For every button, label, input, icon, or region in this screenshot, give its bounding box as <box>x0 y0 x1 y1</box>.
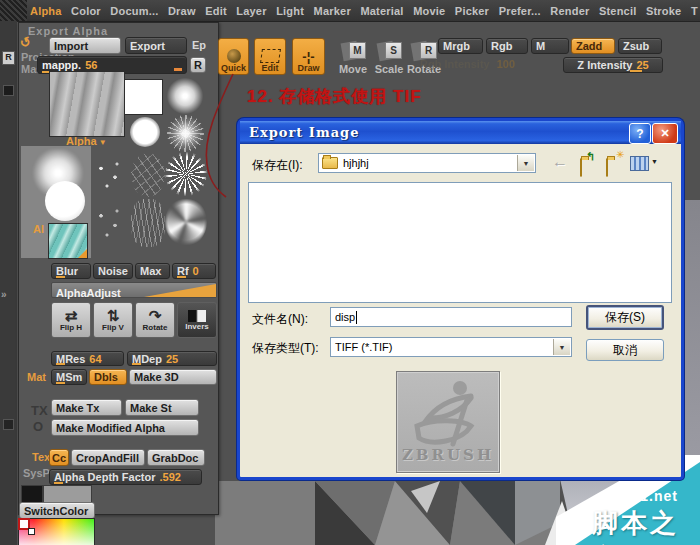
annotation-text: 12. 存储格式使用 TIF <box>247 85 422 108</box>
export-button[interactable]: Export <box>125 37 187 54</box>
help-button[interactable]: ? <box>629 123 651 144</box>
tex-label: Tex <box>32 451 50 463</box>
move-chip-icon: M <box>349 42 366 59</box>
filetype-select[interactable]: TIFF (*.TIF) ▼ <box>330 337 572 357</box>
save-button[interactable]: 保存(S) <box>586 305 664 330</box>
menu-item-preferences[interactable]: Prefer... <box>499 5 541 17</box>
up-folder-button[interactable]: ↰ <box>578 154 600 172</box>
make-modified-alpha-button[interactable]: Make Modified Alpha <box>51 419 199 436</box>
mrgb-button[interactable]: Mrgb <box>438 38 483 54</box>
hotkey-underline <box>56 363 65 365</box>
inverse-button[interactable]: Invers <box>177 302 217 338</box>
move-tool[interactable]: M Move <box>336 42 370 78</box>
alpha-depth-factor-slider[interactable]: Alpha Depth Factor .592 <box>49 469 202 485</box>
flip-horizontal-icon: ⇄ <box>65 309 78 323</box>
save-in-label: 保存在(I): <box>252 157 303 174</box>
scale-tool[interactable]: S Scale <box>372 42 406 78</box>
alpha-swatch-dots[interactable] <box>89 199 129 247</box>
cancel-button[interactable]: 取消 <box>586 339 664 361</box>
up-folder-icon <box>580 158 582 177</box>
inverse-icon <box>188 310 206 322</box>
zbrush-logo-icon <box>397 376 499 450</box>
flip-vertical-icon: ⇅ <box>107 309 120 323</box>
mres-slider[interactable]: MRes 64 <box>51 351 124 366</box>
switch-color-button[interactable]: SwitchColor <box>19 502 95 519</box>
tool-thumbnail-sphere[interactable] <box>45 181 85 221</box>
color-picker[interactable] <box>18 518 95 545</box>
hotkey-underline <box>56 382 65 384</box>
make-tx-button[interactable]: Make Tx <box>51 399 122 416</box>
menu-item-layer[interactable]: Layer <box>236 5 266 17</box>
edit-button[interactable]: Edit <box>254 38 286 75</box>
make-st-button[interactable]: Make St <box>125 399 199 416</box>
alpha-swatch-speckle[interactable] <box>89 153 129 197</box>
select-arrow[interactable]: ▼ <box>553 339 570 355</box>
menu-item-stroke[interactable]: Stroke <box>646 5 681 17</box>
selected-alpha-thumbnail[interactable] <box>48 223 88 259</box>
new-folder-button[interactable]: ✳ <box>604 154 626 172</box>
import-button[interactable]: Import <box>49 37 121 54</box>
mdep-slider[interactable]: MDep 25 <box>127 351 217 366</box>
menu-item-tool-cut[interactable]: T <box>691 5 698 17</box>
cc-button[interactable]: Cc <box>49 449 69 466</box>
quick-sphere-icon <box>227 49 241 63</box>
menu-item-marker[interactable]: Marker <box>314 5 351 17</box>
tray-swatch-2[interactable] <box>3 419 14 430</box>
rotate-alpha-button[interactable]: ↷ Rotate <box>135 302 175 338</box>
tray-r-chip[interactable]: R <box>2 51 15 65</box>
new-folder-icon <box>606 158 608 177</box>
zadd-button[interactable]: Zadd <box>571 38 615 54</box>
dbls-button[interactable]: Dbls <box>89 369 127 385</box>
menu-item-draw[interactable]: Draw <box>168 5 196 17</box>
menu-item-document[interactable]: Docum... <box>110 5 158 17</box>
alpha-swatch-swirl[interactable] <box>165 197 207 247</box>
tray-swatch[interactable] <box>3 85 14 96</box>
msm-button[interactable]: MSm <box>51 369 87 385</box>
alpha-swatch-scratch[interactable] <box>131 199 165 247</box>
file-list[interactable] <box>248 182 672 303</box>
hotkey-underline <box>54 482 63 484</box>
slider-handle[interactable] <box>174 68 182 71</box>
menu-item-color[interactable]: Color <box>71 5 101 17</box>
filename-value: disp <box>335 311 355 323</box>
tray-divider-chevron[interactable]: » <box>1 289 7 300</box>
crop-and-fill-button[interactable]: CropAndFill <box>71 449 145 466</box>
menu-item-picker[interactable]: Picker <box>455 5 489 17</box>
m-button[interactable]: M <box>531 38 569 54</box>
rf-slider[interactable]: Rf 0 <box>172 263 216 279</box>
current-alpha-thumbnail[interactable] <box>49 71 125 137</box>
alpha-swatch-circle[interactable] <box>130 117 160 147</box>
make-3d-button[interactable]: Make 3D <box>129 369 217 385</box>
max-button[interactable]: Max <box>135 263 170 279</box>
filename-input[interactable]: disp <box>330 307 572 327</box>
draw-button[interactable]: -¦- Draw <box>292 38 325 75</box>
menu-item-material[interactable]: Material <box>360 5 403 17</box>
watermark-name: 脚本之家 <box>592 506 700 545</box>
grab-doc-button[interactable]: GrabDoc <box>147 449 205 466</box>
flip-h-button[interactable]: ⇄ Flip H <box>51 302 91 338</box>
edit-marquee-icon <box>260 49 281 63</box>
folder-combobox[interactable]: hjhjhj ▼ <box>318 153 536 173</box>
blur-button[interactable]: Blur <box>51 263 91 279</box>
menu-item-alpha[interactable]: Alpha <box>30 5 62 17</box>
hotkey-underline <box>630 70 642 72</box>
alpha-swatch-square[interactable] <box>124 79 163 115</box>
menu-item-stencil[interactable]: Stencil <box>599 5 636 17</box>
flip-v-button[interactable]: ⇅ Flip V <box>93 302 133 338</box>
menu-item-movie[interactable]: Movie <box>413 5 445 17</box>
close-button[interactable]: ✕ <box>652 123 678 144</box>
zsub-button[interactable]: Zsub <box>618 38 662 54</box>
rgb-button[interactable]: Rgb <box>486 38 528 54</box>
z-intensity-slider[interactable]: Z Intensity 25 <box>563 57 663 73</box>
back-icon[interactable]: ← <box>552 153 568 171</box>
rgb-intensity-slider[interactable]: Rgb Intensity 100 <box>420 58 515 70</box>
alpha-adjust-header[interactable]: AlphaAdjust <box>51 282 217 298</box>
menu-item-edit[interactable]: Edit <box>205 5 227 17</box>
view-menu-button[interactable]: ▼ <box>630 155 660 171</box>
menu-item-render[interactable]: Render <box>550 5 589 17</box>
combobox-arrow[interactable]: ▼ <box>517 155 534 171</box>
menu-item-light[interactable]: Light <box>276 5 304 17</box>
noise-button[interactable]: Noise <box>93 263 133 279</box>
dialog-title-bar[interactable]: Export Image <box>240 121 681 144</box>
alpha-swatch-crack[interactable] <box>131 153 165 197</box>
